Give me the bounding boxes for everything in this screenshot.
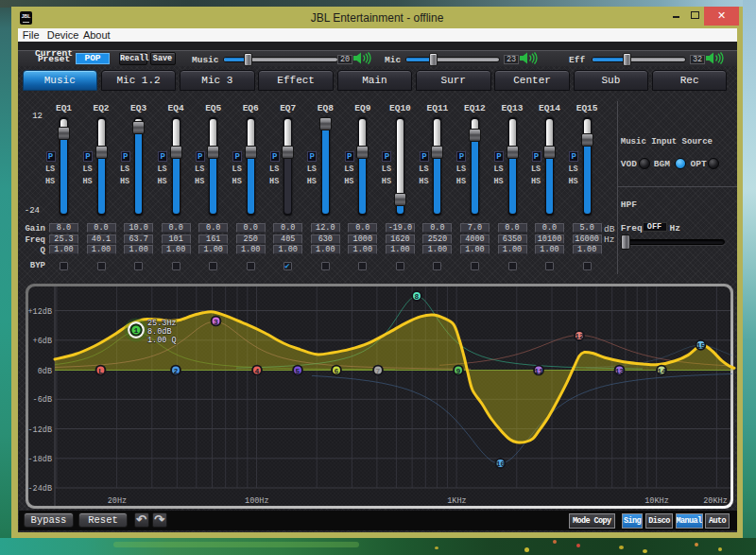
svg-text:14: 14 xyxy=(657,367,666,375)
svg-text:7: 7 xyxy=(376,367,381,375)
svg-text:1.00 Q: 1.00 Q xyxy=(147,336,177,345)
svg-text:13: 13 xyxy=(615,367,625,375)
svg-text:11: 11 xyxy=(534,367,543,375)
svg-text:6: 6 xyxy=(335,367,339,375)
svg-text:-18dB: -18dB xyxy=(27,455,52,464)
svg-text:4: 4 xyxy=(255,367,260,375)
svg-text:3: 3 xyxy=(214,318,218,326)
svg-text:2: 2 xyxy=(174,367,179,375)
svg-text:+12dB: +12dB xyxy=(27,307,52,317)
svg-text:-6dB: -6dB xyxy=(33,395,52,405)
svg-text:0dB: 0dB xyxy=(38,367,52,376)
svg-text:-12dB: -12dB xyxy=(27,425,52,435)
svg-text:1: 1 xyxy=(134,326,139,335)
svg-text:15: 15 xyxy=(696,341,706,350)
svg-text:-24dB: -24dB xyxy=(27,484,52,494)
svg-text:20Hz: 20Hz xyxy=(108,496,127,506)
svg-text:+6dB: +6dB xyxy=(33,337,52,346)
svg-text:L: L xyxy=(98,367,103,375)
svg-text:12: 12 xyxy=(575,332,584,340)
svg-text:20KHz: 20KHz xyxy=(703,496,728,506)
svg-text:10KHz: 10KHz xyxy=(644,496,669,506)
svg-text:10: 10 xyxy=(496,460,506,468)
svg-text:1KHz: 1KHz xyxy=(447,496,466,506)
svg-text:9: 9 xyxy=(456,367,461,375)
svg-text:100Hz: 100Hz xyxy=(245,496,269,506)
svg-text:8: 8 xyxy=(415,292,420,301)
svg-text:5: 5 xyxy=(296,367,301,375)
